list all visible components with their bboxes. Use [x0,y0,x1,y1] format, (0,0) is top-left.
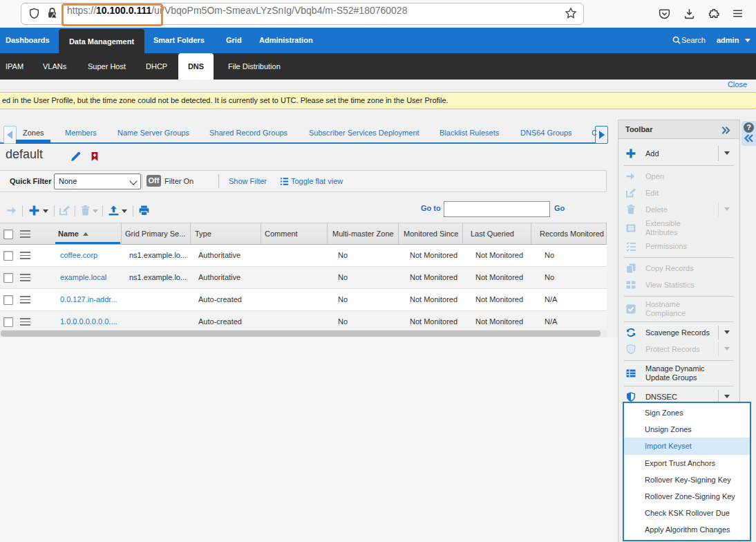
menu-item-import-keyset[interactable]: Import Keyset [624,438,750,454]
bookmark-star-icon[interactable] [565,7,577,21]
nav-item-grid[interactable]: Grid [226,28,242,53]
scrollbar-thumb[interactable] [1,330,601,337]
menu-item-rollover-zone-signing-key[interactable]: Rollover Zone-Signing Key [624,488,750,505]
browser-menu-icon[interactable] [732,8,744,21]
toolbar-item-caret[interactable] [718,342,734,356]
table-row[interactable]: example.localns1.example.lo...Authoritat… [0,267,607,289]
toolbar-item-caret[interactable] [718,146,734,161]
dropdown-caret-icon [724,395,730,398]
tab-blacklist-rulesets[interactable]: Blacklist Rulesets [440,124,499,142]
stats-icon [625,279,636,290]
goto-input[interactable] [444,201,550,217]
column-header-monitored_since[interactable]: Monitored Since [399,223,463,244]
toolbar-item-caret[interactable] [718,203,734,216]
close-link[interactable]: Close [728,80,747,88]
row-menu-icon[interactable] [20,274,30,281]
table-row[interactable]: 0.0.127.in-addr...Auto-createdNoNot Moni… [0,289,607,311]
toolbar-item-label: Edit [624,185,734,201]
filter-on-toggle[interactable]: Off [147,175,161,187]
print-icon[interactable] [138,205,150,218]
column-header-last_queried[interactable]: Last Queried [463,223,531,244]
export-icon[interactable] [108,205,120,218]
tracking-shield-icon[interactable] [28,8,40,21]
zone-link[interactable]: example.local [60,273,106,281]
download-icon[interactable] [683,8,695,21]
nav-item-administration[interactable]: Administration [259,28,313,53]
export-arrow-icon[interactable] [6,205,18,218]
menu-item-apply-algorithm-changes[interactable]: Apply Algorithm Changes [624,521,750,538]
delete-icon[interactable] [79,205,91,218]
cell-name: 0.0.127.in-addr... [60,289,122,310]
column-header-grid_primary[interactable]: Grid Primary Se... [122,223,191,244]
subnav-item-dhcp[interactable]: DHCP [146,53,167,80]
menu-item-sign-zones[interactable]: Sign Zones [624,404,750,421]
subnav-item-file-distribution[interactable]: File Distribution [228,53,281,80]
add-icon[interactable] [28,205,40,218]
column-header-records_monitored[interactable]: Records Monitored [531,223,607,244]
user-caret-icon[interactable] [745,39,750,42]
menu-item-unsign-zones[interactable]: Unsign Zones [624,421,750,438]
help-icon[interactable]: ? [744,122,754,133]
toggle-flat-view-icon[interactable] [279,176,290,188]
column-header-name[interactable]: Name [53,223,122,244]
toolbar-item-add[interactable]: Add [624,144,734,162]
nav-item-smart-folders[interactable]: Smart Folders [153,28,205,53]
table-row[interactable]: coffee.corpns1.example.lo...Authoritativ… [0,245,607,267]
row-menu-icon[interactable] [20,252,30,259]
horizontal-scrollbar[interactable] [0,330,607,337]
search-icon[interactable] [672,35,681,46]
tab-shared-record-groups[interactable]: Shared Record Groups [209,124,287,142]
edit-title-icon[interactable] [70,151,82,164]
edit-icon[interactable] [59,205,70,218]
tab-name-server-groups[interactable]: Name Server Groups [117,124,189,142]
row-checkbox[interactable] [3,273,13,283]
toolbar-item-scavenge-records[interactable]: Scavenge Records [624,324,734,341]
menu-item-export-trust-anchors[interactable]: Export Trust Anchors [624,455,750,471]
row-checkbox[interactable] [3,295,13,305]
zone-link[interactable]: coffee.corp [60,251,97,259]
bookmark-icon[interactable] [90,151,100,163]
column-header-multi_master[interactable]: Multi-master Zone [328,223,399,244]
tab-members[interactable]: Members [65,124,97,142]
toggle-flat-view-link[interactable]: Toggle flat view [291,171,343,191]
user-menu[interactable]: admin [717,28,739,53]
tab-c[interactable]: C [592,124,597,142]
menu-item-rollover-key-signing-key[interactable]: Rollover Key-Signing Key [624,471,750,488]
pocket-icon[interactable] [659,8,670,21]
toolbar-item-caret[interactable] [718,326,734,339]
goto-button[interactable]: Go [554,204,565,212]
tab-dns64-groups[interactable]: DNS64 Groups [520,124,572,142]
global-search[interactable]: Search [681,28,706,53]
zone-link[interactable]: 0.0.127.in-addr... [60,295,117,303]
tab-zones[interactable]: Zones [23,124,44,142]
extensions-icon[interactable] [708,8,720,21]
collapse-panel-icon[interactable] [744,133,755,144]
lock-warning-icon[interactable] [46,7,58,20]
dropdown-caret-icon[interactable] [122,209,127,213]
toolbar-item-manage-dynamic-update-groups[interactable]: Manage Dynamic Update Groups [624,363,734,383]
subnav-item-super-host[interactable]: Super Host [88,53,126,80]
select-all-checkbox[interactable] [3,230,13,239]
show-filter-link[interactable]: Show Filter [229,171,267,191]
tab-subscriber-services-deployment[interactable]: Subscriber Services Deployment [309,124,419,142]
dns-tab-strip: ZonesMembersName Server GroupsShared Rec… [0,124,607,144]
row-menu-icon[interactable] [20,296,30,303]
quick-filter-select[interactable]: None [54,174,141,189]
subnav-item-dns[interactable]: DNS [178,53,214,80]
nav-item-dashboards[interactable]: Dashboards [6,28,50,53]
toolbar-item-permissions: Permissions [624,238,734,254]
row-checkbox[interactable] [3,251,13,261]
row-menu-icon[interactable] [20,318,30,326]
dropdown-caret-icon[interactable] [43,209,48,213]
tabs-scroll-left-button[interactable] [3,126,17,144]
column-header-comment[interactable]: Comment [261,223,328,244]
zone-link[interactable]: 1.0.0.0.0.0.0.0.... [60,317,117,326]
row-checkbox[interactable] [3,317,13,327]
column-header-type[interactable]: Type [191,223,261,244]
subnav-item-vlans[interactable]: VLANs [43,53,66,80]
row-menu-icon[interactable] [20,230,30,238]
subnav-item-ipam[interactable]: IPAM [6,53,23,80]
menu-item-check-ksk-rollover-due[interactable]: Check KSK Rollover Due [624,505,750,521]
nav-item-data-management[interactable]: Data Management [59,29,144,53]
dropdown-caret-icon[interactable] [93,209,98,213]
